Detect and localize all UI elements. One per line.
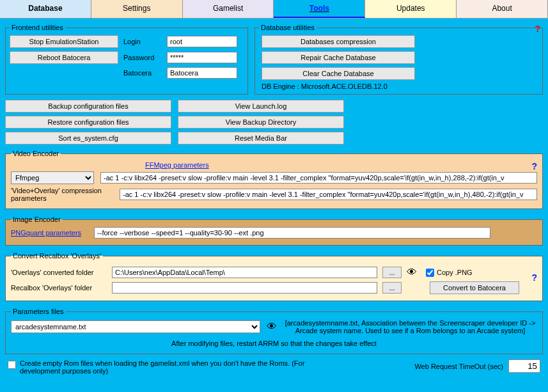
recalbox-overlays-label: Recalbox 'Overlays' folder — [11, 284, 107, 292]
conv-legend: Convert Recalbox 'Overlays' — [11, 252, 103, 260]
reset-media-bar-button[interactable]: Reset Media Bar — [178, 132, 344, 145]
video-overlay-label: 'Video+Overlay' compression parameters — [11, 187, 113, 202]
restore-config-button[interactable]: Restore configuration files — [5, 116, 171, 129]
recalbox-overlays-input[interactable] — [112, 282, 377, 294]
tab-settings[interactable]: Settings — [91, 0, 183, 18]
copy-png-label: Copy .PNG — [437, 269, 473, 276]
timeout-input[interactable] — [508, 359, 540, 373]
conv-help-icon[interactable]: ? — [531, 272, 537, 283]
browse-converted-button[interactable]: ... — [382, 267, 402, 278]
help-icon[interactable]: ? — [535, 24, 540, 34]
batocera-input[interactable] — [167, 67, 237, 79]
video-legend: Video Encoder — [11, 150, 61, 157]
db-compress-button[interactable]: Databases compression — [262, 35, 415, 48]
param-legend: Parameters files — [11, 308, 65, 315]
browse-recalbox-button[interactable]: ... — [382, 282, 402, 294]
image-encoder-group: Image Encoder PNGquant parameters — [5, 216, 543, 246]
video-encoder-group: Video Encoder ? FFMpeg parameters Ffmpeg… — [5, 150, 543, 209]
view-converted-icon[interactable]: 👁 — [407, 267, 417, 278]
password-input[interactable] — [167, 52, 237, 63]
login-input[interactable] — [167, 36, 237, 47]
video-encoder-select[interactable]: Ffmpeg — [11, 171, 94, 184]
create-empty-roms-label: Create empty Rom files when loading the … — [20, 359, 314, 375]
tab-about[interactable]: About — [457, 0, 548, 18]
sort-es-system-button[interactable]: Sort es_system.cfg — [5, 132, 171, 145]
frontend-utilities-group: Frontend utilities Stop EmulationStation… — [5, 24, 248, 95]
stop-emulationstation-button[interactable]: Stop EmulationStation — [10, 35, 118, 48]
overlays-converted-input[interactable] — [112, 267, 377, 278]
db-clear-button[interactable]: Clear Cache Database — [262, 67, 415, 80]
timeout-label: Web Request TimeOut (sec) — [414, 363, 503, 370]
tab-gamelist[interactable]: Gamelist — [183, 0, 274, 18]
database-utilities-group: Database utilities Databases compression… — [254, 24, 543, 95]
batocera-label: Batocera — [123, 69, 162, 77]
pngquant-params-input[interactable] — [94, 227, 490, 239]
video-params-1-input[interactable] — [100, 172, 537, 184]
parameters-files-group: Parameters files arcadesystemname.txt 👁 … — [5, 308, 543, 354]
video-params-2-input[interactable] — [120, 189, 537, 200]
view-param-file-icon[interactable]: 👁 — [267, 321, 277, 333]
overlays-converted-label: 'Overlays' converted folder — [11, 269, 107, 276]
copy-png-checkbox[interactable] — [426, 269, 434, 277]
param-file-select[interactable]: arcadesystemname.txt — [11, 320, 260, 333]
view-launchlog-button[interactable]: View Launch.log — [178, 100, 344, 113]
pngquant-params-link[interactable]: PNGquant parameters — [11, 229, 81, 237]
backup-config-button[interactable]: Backup configuration files — [5, 100, 171, 113]
tab-updates[interactable]: Updates — [365, 0, 457, 18]
db-repair-button[interactable]: Repair Cache Database — [262, 51, 415, 64]
param-note: After modifying files, restart ARRM so t… — [11, 340, 537, 347]
db-legend: Database utilities — [259, 24, 317, 31]
video-help-icon[interactable]: ? — [531, 161, 537, 171]
tab-database[interactable]: Database — [0, 0, 91, 18]
param-description: [arcadesystemname.txt, Association betwe… — [283, 319, 537, 334]
db-engine-label: DB Engine : Microsoft.ACE.OLEDB.12.0 — [262, 82, 538, 90]
convert-overlays-group: Convert Recalbox 'Overlays' ? 'Overlays'… — [5, 252, 543, 301]
login-label: Login — [123, 38, 162, 45]
frontend-legend: Frontend utilities — [10, 24, 65, 31]
img-legend: Image Encoder — [11, 216, 63, 223]
tab-tools[interactable]: Tools — [274, 0, 365, 18]
view-backup-dir-button[interactable]: View Backup Directory — [178, 116, 344, 129]
reboot-batocera-button[interactable]: Reboot Batocera — [10, 51, 118, 64]
ffmpeg-params-link[interactable]: FFMpeg parameters — [145, 161, 209, 169]
create-empty-roms-checkbox[interactable] — [8, 361, 16, 369]
password-label: Password — [123, 54, 162, 61]
convert-to-batocera-button[interactable]: Convert to Batocera — [430, 281, 519, 294]
